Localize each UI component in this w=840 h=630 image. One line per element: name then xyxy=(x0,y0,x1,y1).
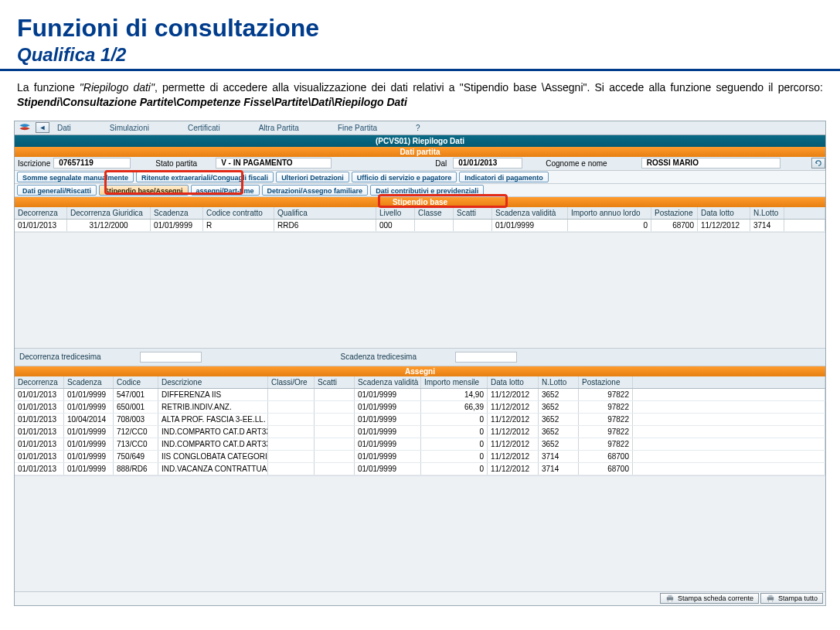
tab-ulteriori-detrazioni[interactable]: Ulteriori Detrazioni xyxy=(276,172,349,182)
cell: 0 xyxy=(568,220,651,231)
col-empty xyxy=(784,207,825,219)
menu-simulazioni[interactable]: Simulazioni xyxy=(102,124,180,132)
btn-stampa-tutto[interactable]: Stampa tutto xyxy=(760,593,823,604)
tab-indicatori-pagamento[interactable]: Indicatori di pagamento xyxy=(459,172,549,182)
svg-rect-0 xyxy=(667,598,673,601)
cell: 01/01/2013 xyxy=(15,451,64,462)
menu-certificati[interactable]: Certificati xyxy=(180,124,251,132)
cell: 3714 xyxy=(750,220,784,231)
acol-data-lotto: Data lotto xyxy=(488,376,539,388)
lbl-dal: Dal xyxy=(432,159,450,168)
assegni-row[interactable]: 01/01/201310/04/2014708/003ALTA PROF. FA… xyxy=(15,414,825,426)
cell: 01/01/9999 xyxy=(64,389,114,400)
tab-detrazioni-familiare[interactable]: Detrazioni/Assegno familiare xyxy=(262,185,369,196)
cell: 01/01/9999 xyxy=(355,414,421,425)
cell xyxy=(315,389,355,400)
assegni-row[interactable]: 01/01/201301/01/9999650/001RETRIB.INDIV.… xyxy=(15,401,825,414)
menu-altra-partita[interactable]: Altra Partita xyxy=(251,124,330,132)
cell: 01/01/9999 xyxy=(64,426,114,438)
footer-bar: Stampa scheda corrente Stampa tutto xyxy=(15,591,825,605)
cell: 97822 xyxy=(579,389,633,400)
stipendio-row[interactable]: 01/01/2013 31/12/2000 01/01/9999 R RRD6 … xyxy=(15,220,825,232)
val-iscrizione: 07657119 xyxy=(53,158,131,169)
intro-path: Stipendi\Consultazione Partite\Competenz… xyxy=(17,96,407,108)
assegni-row[interactable]: 01/01/201301/01/9999547/001DIFFERENZA II… xyxy=(15,389,825,401)
cell xyxy=(633,426,825,438)
page-title-2: Qualifica 1/2 xyxy=(17,44,840,66)
svg-rect-1 xyxy=(668,595,672,598)
acol-scad-val: Scadenza validità xyxy=(355,376,421,388)
cell: 11/12/2012 xyxy=(698,220,750,231)
assegni-row[interactable]: 01/01/201301/01/9999712/CC0IND.COMPARTO … xyxy=(15,426,825,438)
cell: 97822 xyxy=(579,401,633,413)
input-dec-tredicesima[interactable] xyxy=(140,352,202,363)
cell: 11/12/2012 xyxy=(488,438,539,450)
cell: 3714 xyxy=(539,451,579,462)
cell: 01/01/9999 xyxy=(355,426,421,438)
btn-stampa-corrente[interactable]: Stampa scheda corrente xyxy=(660,593,759,604)
cell: 0 xyxy=(421,463,488,475)
btn-stampa-tutto-label: Stampa tutto xyxy=(778,594,818,603)
assegni-row[interactable]: 01/01/201301/01/9999888/RD6IND.VACANZA C… xyxy=(15,463,825,475)
cell: 3652 xyxy=(539,401,579,413)
menu-fine-partita[interactable]: Fine Partita xyxy=(330,124,408,132)
cell: 01/01/2013 xyxy=(15,463,64,475)
assegni-row[interactable]: 01/01/201301/01/9999713/CC0IND.COMPARTO … xyxy=(15,438,825,451)
info-row: Iscrizione 07657119 Stato partita V - IN… xyxy=(15,157,825,171)
col-codice-contratto: Codice contratto xyxy=(203,207,274,219)
cell: 888/RD6 xyxy=(114,463,158,475)
assegni-row[interactable]: 01/01/201301/01/9999750/649IIS CONGLOBAT… xyxy=(15,451,825,463)
cell xyxy=(315,463,355,475)
cell xyxy=(315,438,355,450)
tab-stipendio-base[interactable]: Stipendio base/Assegni xyxy=(99,185,189,196)
app-logo-icon xyxy=(16,121,33,134)
col-classe: Classe xyxy=(415,207,454,219)
cell: 0 xyxy=(421,426,488,438)
input-scad-tredicesima[interactable] xyxy=(455,352,517,363)
cell: 01/01/2013 xyxy=(15,414,64,425)
tab-somme-manuali[interactable]: Somme segnalate manualmente xyxy=(17,172,134,182)
cell xyxy=(415,220,454,231)
cell: DIFFERENZA IIS xyxy=(158,389,268,400)
title-underline xyxy=(0,69,840,71)
back-button[interactable]: ◄ xyxy=(36,122,49,133)
col-scad-validita: Scadenza validità xyxy=(492,207,568,219)
stipendio-header: Decorrenza Decorrenza Giuridica Scadenza… xyxy=(15,207,825,220)
cell: 0 xyxy=(421,451,488,462)
cell: 01/01/2013 xyxy=(15,389,64,400)
refresh-icon[interactable] xyxy=(811,158,825,169)
acol-empty xyxy=(633,376,825,388)
tab-ritenute[interactable]: Ritenute extraerariali/Conguagli fiscali xyxy=(136,172,274,182)
cell: 750/649 xyxy=(114,451,158,462)
tab-dati-generali[interactable]: Dati generali/Riscatti xyxy=(17,185,97,196)
acol-scadenza: Scadenza xyxy=(64,376,114,388)
cell: 01/01/2013 xyxy=(15,401,64,413)
cell: 11/12/2012 xyxy=(488,389,539,400)
menu-dati[interactable]: Dati xyxy=(49,124,102,132)
tab-ufficio-servizio[interactable]: Ufficio di servizio e pagatore xyxy=(352,172,457,182)
col-dec-giuridica: Decorrenza Giuridica xyxy=(67,207,151,219)
cell: 0 xyxy=(421,414,488,425)
printer-icon xyxy=(665,594,675,602)
cell xyxy=(315,451,355,462)
acol-scatti: Scatti xyxy=(315,376,355,388)
tabs-area: Somme segnalate manualmente Ritenute ext… xyxy=(15,171,825,197)
stipendio-grid: 01/01/2013 31/12/2000 01/01/9999 R RRD6 … xyxy=(15,220,825,348)
intro-mid: , permette di accedere alla visualizzazi… xyxy=(155,81,823,94)
cell xyxy=(268,451,315,462)
cell: IND.COMPARTO CAT.D ART33 ... xyxy=(158,426,268,438)
section-dati-partita: Dati partita xyxy=(15,147,825,157)
tab-dati-contributivi[interactable]: Dati contributivi e previdenziali xyxy=(370,185,484,196)
cell: 31/12/2000 xyxy=(67,220,151,231)
cell: 650/001 xyxy=(114,401,158,413)
val-cognome: ROSSI MARIO xyxy=(641,158,780,169)
tab-assegni-parttime[interactable]: assegni/Part-time xyxy=(191,185,260,196)
cell: 11/12/2012 xyxy=(488,463,539,475)
cell xyxy=(268,389,315,400)
menu-help[interactable]: ? xyxy=(408,124,451,132)
cell: 11/12/2012 xyxy=(488,451,539,462)
cell: 01/01/2013 xyxy=(15,220,67,231)
col-livello: Livello xyxy=(376,207,415,219)
cell xyxy=(268,463,315,475)
cell: RETRIB.INDIV.ANZ. xyxy=(158,401,268,413)
